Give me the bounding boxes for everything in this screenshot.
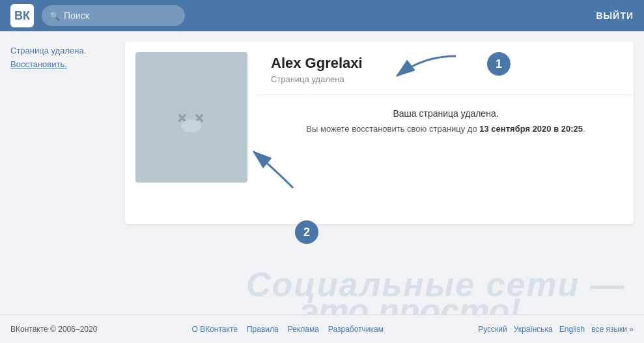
vk-logo[interactable]: ВК — [10, 4, 34, 27]
footer-languages: Русский Українська English все языки » — [478, 325, 634, 334]
footer: ВКонтакте © 2006–2020 О ВКонтакте Правил… — [0, 314, 644, 343]
search-icon: 🔍 — [49, 11, 60, 21]
footer-link-dev[interactable]: Разработчикам — [328, 325, 384, 334]
restore-suffix: . — [583, 124, 585, 134]
badge-2: 2 — [295, 220, 318, 244]
avatar — [135, 52, 247, 183]
badge-1: 1 — [487, 52, 511, 76]
avatar-container — [125, 42, 258, 224]
sidebar-deleted-notice: Страница удалена. Восстановить. — [10, 44, 115, 72]
restore-link[interactable]: Восстановить. — [10, 59, 67, 69]
logout-button[interactable]: ВЫЙТИ — [596, 10, 634, 21]
divider — [258, 95, 634, 95]
watermark-line1: Социальные сети — — [246, 265, 626, 304]
deleted-text: Страница удалена. — [10, 46, 86, 55]
footer-link-about[interactable]: О ВКонтакте — [192, 325, 238, 334]
restore-body: Вы можете восстановить свою страницу до … — [271, 123, 621, 136]
lang-ukrainian[interactable]: Українська — [514, 325, 553, 334]
svg-point-1 — [163, 93, 182, 112]
footer-copyright: ВКонтакте © 2006–2020 — [10, 325, 97, 334]
lang-russian[interactable]: Русский — [478, 325, 507, 334]
header-left: ВК 🔍 Поиск — [10, 4, 185, 27]
restore-title: Ваша страница удалена. — [271, 108, 621, 119]
restore-prefix: Вы можете восстановить свою страницу до — [306, 124, 479, 134]
search-placeholder: Поиск — [64, 10, 89, 21]
footer-link-ads[interactable]: Реклама — [288, 325, 319, 334]
lang-english[interactable]: English — [559, 325, 585, 334]
lang-all[interactable]: все языки » — [591, 325, 634, 334]
profile-card: Alex Ggrelaxi Страница удалена Ваша стра… — [125, 42, 634, 224]
footer-link-rules[interactable]: Правила — [247, 325, 279, 334]
svg-point-8 — [182, 119, 202, 132]
avatar-icon — [156, 82, 227, 153]
sidebar: Страница удалена. Восстановить. — [10, 42, 115, 224]
header: ВК 🔍 Поиск ВЫЙТИ — [0, 0, 644, 31]
footer-links: О ВКонтакте Правила Реклама Разработчика… — [192, 325, 384, 334]
search-bar[interactable]: 🔍 Поиск — [42, 5, 185, 26]
profile-name: Alex Ggrelaxi — [271, 55, 621, 72]
restore-message: Ваша страница удалена. Вы можете восстан… — [271, 108, 621, 136]
profile-info: Alex Ggrelaxi Страница удалена Ваша стра… — [258, 42, 634, 224]
restore-date: 13 сентября 2020 в 20:25 — [479, 124, 583, 134]
main-content: Страница удалена. Восстановить. — [0, 31, 644, 235]
svg-point-2 — [201, 93, 219, 112]
profile-status: Страница удалена — [271, 74, 621, 84]
